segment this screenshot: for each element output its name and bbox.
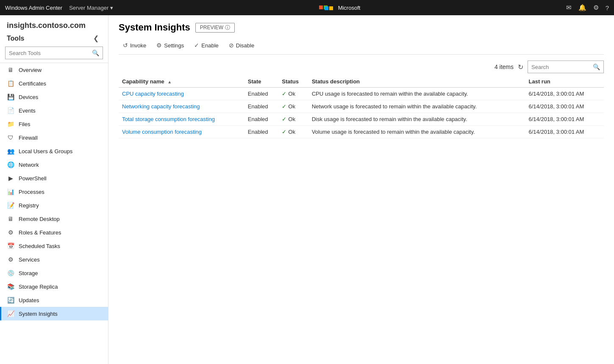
files-icon: 📁 [7, 120, 14, 128]
cell-status-desc-0: CPU usage is forecasted to remain within… [308, 88, 525, 100]
topbar-right: ✉ 🔔 ⚙ ? [566, 4, 609, 11]
system-insights-icon: 📈 [7, 310, 14, 317]
network-label: Network [19, 162, 39, 168]
sidebar-item-files[interactable]: 📁 Files [0, 117, 108, 131]
remote-desktop-label: Remote Desktop [19, 216, 60, 222]
cell-status-desc-2: Disk usage is forecasted to remain withi… [308, 113, 525, 126]
sidebar-item-storage[interactable]: 💿 Storage [0, 266, 108, 280]
sort-icon: ▲ [167, 80, 172, 84]
table-search-input[interactable] [528, 61, 589, 73]
settings-label: Settings [164, 42, 184, 49]
table-top-bar: 4 items ↻ 🔍 [119, 61, 604, 73]
sidebar-item-firewall[interactable]: 🛡 Firewall [0, 131, 108, 144]
table-row[interactable]: Volume consumption forecasting Enabled ✓… [119, 126, 604, 138]
cell-status-3: ✓ Ok [278, 126, 308, 138]
sidebar-item-network[interactable]: 🌐 Network [0, 158, 108, 171]
cell-state-3: Enabled [244, 126, 278, 138]
settings-button[interactable]: ⚙ Settings [152, 40, 188, 51]
sidebar-title: Tools [7, 35, 24, 42]
refresh-button[interactable]: ↻ [518, 63, 523, 71]
events-icon: 📄 [7, 107, 14, 114]
table-search-btn[interactable]: 🔍 [589, 62, 603, 72]
cell-capability-name-3[interactable]: Volume consumption forecasting [119, 126, 244, 138]
disable-button[interactable]: ⊘ Disable [225, 40, 258, 51]
server-manager-label: Server Manager [69, 5, 108, 11]
sidebar-search-container: 🔍 [0, 45, 108, 63]
cell-status-0: ✓ Ok [278, 88, 308, 100]
logo-yellow [329, 6, 333, 10]
capability-link-2[interactable]: Total storage consumption forecasting [122, 116, 215, 122]
items-count: 4 items [495, 63, 514, 70]
cell-last-run-0: 6/14/2018, 3:00:01 AM [525, 88, 604, 100]
capability-link-1[interactable]: Networking capacity forecasting [122, 103, 200, 110]
sidebar-item-remote-desktop[interactable]: 🖥 Remote Desktop [0, 212, 108, 226]
sidebar-item-updates[interactable]: 🔄 Updates [0, 293, 108, 307]
mail-icon[interactable]: ✉ [566, 4, 572, 11]
sidebar-item-system-insights[interactable]: 📈 System Insights [0, 307, 108, 320]
roles-features-label: Roles & Features [19, 229, 61, 236]
table-row[interactable]: Networking capacity forecasting Enabled … [119, 100, 604, 113]
sidebar-item-storage-replica[interactable]: 📚 Storage Replica [0, 280, 108, 293]
storage-replica-icon: 📚 [7, 283, 14, 290]
updates-icon: 🔄 [7, 296, 14, 304]
capability-link-0[interactable]: CPU capacity forecasting [122, 91, 184, 97]
sidebar-item-registry[interactable]: 📝 Registry [0, 199, 108, 212]
cell-status-1: ✓ Ok [278, 100, 308, 113]
sidebar-item-certificates[interactable]: 📋 Certificates [0, 77, 108, 90]
enable-icon: ✓ [194, 42, 199, 49]
devices-icon: 💾 [7, 93, 14, 101]
col-capability-name[interactable]: Capability name ▲ [119, 76, 244, 88]
firewall-label: Firewall [19, 135, 38, 141]
main-inner: System Insights PREVIEW ⓘ ↺ Invoke ⚙ Set… [108, 15, 614, 364]
cell-capability-name-0[interactable]: CPU capacity forecasting [119, 88, 244, 100]
sidebar-item-processes[interactable]: 📊 Processes [0, 185, 108, 199]
sidebar-item-local-users[interactable]: 👥 Local Users & Groups [0, 144, 108, 158]
col-state[interactable]: State [244, 76, 278, 88]
server-manager-btn[interactable]: Server Manager ▾ [69, 5, 113, 11]
processes-icon: 📊 [7, 188, 14, 196]
preview-badge: PREVIEW ⓘ [195, 23, 235, 33]
invoke-button[interactable]: ↺ Invoke [119, 40, 150, 51]
help-icon[interactable]: ? [606, 4, 609, 11]
sidebar-item-overview[interactable]: 🖥 Overview [0, 63, 108, 77]
logo-blue [325, 6, 328, 10]
services-label: Services [19, 256, 40, 263]
gear-icon[interactable]: ⚙ [593, 4, 599, 11]
topbar-left: Windows Admin Center Server Manager ▾ [5, 5, 113, 11]
sidebar-nav: 🖥 Overview 📋 Certificates 💾 Devices 📄 Ev… [0, 63, 108, 364]
sidebar-item-powershell[interactable]: ▶ PowerShell [0, 171, 108, 185]
cell-capability-name-2[interactable]: Total storage consumption forecasting [119, 113, 244, 126]
ok-label-1: Ok [288, 103, 295, 110]
cell-last-run-1: 6/14/2018, 3:00:01 AM [525, 100, 604, 113]
bell-icon[interactable]: 🔔 [578, 4, 586, 11]
topbar-center: Microsoft [319, 5, 361, 11]
sidebar-item-devices[interactable]: 💾 Devices [0, 90, 108, 104]
cell-status-2: ✓ Ok [278, 113, 308, 126]
sidebar-item-scheduled-tasks[interactable]: 📅 Scheduled Tasks [0, 239, 108, 253]
updates-label: Updates [19, 297, 39, 303]
search-input[interactable] [5, 47, 103, 59]
ok-label-0: Ok [288, 91, 295, 97]
table-row[interactable]: Total storage consumption forecasting En… [119, 113, 604, 126]
cell-capability-name-1[interactable]: Networking capacity forecasting [119, 100, 244, 113]
col-capability-name-label: Capability name [122, 78, 164, 85]
table-row[interactable]: CPU capacity forecasting Enabled ✓ Ok CP… [119, 88, 604, 100]
chevron-down-icon: ▾ [110, 5, 113, 11]
sidebar-item-events[interactable]: 📄 Events [0, 104, 108, 117]
enable-button[interactable]: ✓ Enable [190, 40, 222, 51]
registry-label: Registry [19, 202, 39, 209]
firewall-icon: 🛡 [7, 134, 14, 141]
sidebar-item-services[interactable]: ⚙ Services [0, 253, 108, 266]
col-status-label: Status [282, 78, 299, 85]
table-body: CPU capacity forecasting Enabled ✓ Ok CP… [119, 88, 604, 138]
network-icon: 🌐 [7, 161, 14, 168]
sidebar-item-roles-features[interactable]: ⚙ Roles & Features [0, 226, 108, 239]
col-state-label: State [248, 78, 261, 85]
col-status[interactable]: Status [278, 76, 308, 88]
sidebar-search-btn[interactable]: 🔍 [92, 50, 99, 56]
sidebar-collapse-btn[interactable]: ❮ [91, 33, 101, 43]
capability-link-3[interactable]: Volume consumption forecasting [122, 129, 202, 135]
page-title: System Insights [119, 22, 190, 33]
col-status-description[interactable]: Status description [308, 76, 525, 88]
col-last-run[interactable]: Last run [525, 76, 604, 88]
